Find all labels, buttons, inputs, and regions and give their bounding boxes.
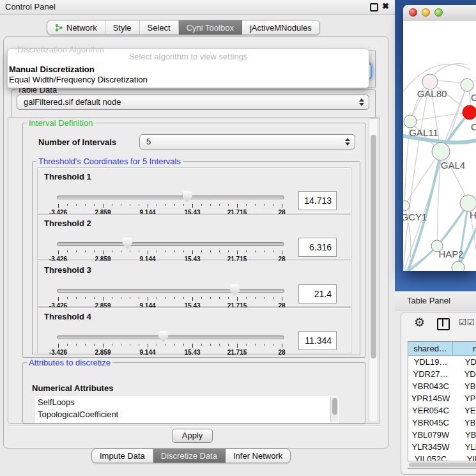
tab-select[interactable]: Select xyxy=(140,20,179,35)
tab-style[interactable]: Style xyxy=(105,20,140,35)
node-GAL4[interactable] xyxy=(432,142,450,160)
table-horizontal-scrollbar[interactable] xyxy=(408,461,476,468)
tick xyxy=(192,204,193,208)
tick xyxy=(264,250,265,252)
tick xyxy=(103,344,104,348)
table-row[interactable]: YLR345WYLR3 xyxy=(408,441,476,453)
threshold-2-slider[interactable]: -3.4262.8599.14415.4321.71528 xyxy=(57,238,284,259)
threshold-1-slider-thumb[interactable] xyxy=(183,191,192,203)
threshold-2-value-field[interactable]: 6.316 xyxy=(298,238,337,257)
network-window-titlebar[interactable] xyxy=(403,5,476,20)
tab-network[interactable]: Network xyxy=(47,20,105,35)
threshold-3-slider[interactable]: -3.4262.8599.14415.4321.71528 xyxy=(57,284,284,306)
threshold-4-slider-thumb[interactable] xyxy=(158,331,168,342)
scrollbar-thumb[interactable] xyxy=(371,135,376,358)
node-node-right-top[interactable] xyxy=(461,79,473,91)
list-item-betweennesscentrality[interactable]: BetweennessCentrality xyxy=(35,420,339,423)
table-data-combo[interactable]: galFiltered.sif default node xyxy=(17,95,369,110)
tab-cyni-toolbox[interactable]: Cyni Toolbox xyxy=(179,20,242,35)
tick xyxy=(174,250,175,252)
threshold-3-value-field[interactable]: 21.4 xyxy=(298,284,337,303)
numerical-attributes-list[interactable]: SelfLoopsTopologicalCoefficientBetweenne… xyxy=(35,396,339,423)
network-icon xyxy=(55,24,63,32)
table-row[interactable]: YBL079WYBL0 xyxy=(408,429,476,441)
bottom-tab-discretize-data[interactable]: Discretize Data xyxy=(153,449,226,463)
checkbox-icons[interactable]: ☑☑ xyxy=(459,318,475,327)
list-item-topologicalcoefficient[interactable]: TopologicalCoefficient xyxy=(35,408,339,420)
threshold-2-slider-thumb[interactable] xyxy=(123,238,132,249)
tick xyxy=(58,297,59,301)
tick xyxy=(58,344,59,348)
table-cell: YBR0 xyxy=(453,417,476,429)
column-header-n[interactable]: n xyxy=(453,342,476,356)
table-row[interactable]: YER054CYER0 xyxy=(408,404,476,417)
tick xyxy=(121,204,121,206)
gear-icon[interactable]: ⚙ xyxy=(414,316,425,328)
table-data-combo-value: galFiltered.sif default node xyxy=(24,97,121,107)
node-GCY1[interactable] xyxy=(403,201,410,211)
tick xyxy=(210,204,211,206)
bottom-tab-impute-data[interactable]: Impute Data xyxy=(92,449,153,463)
tick xyxy=(183,297,184,299)
bottom-tab-bar: Impute DataDiscretize DataInfer Network xyxy=(91,449,291,463)
tick xyxy=(183,344,184,346)
threshold-1-value-field[interactable]: 14.713 xyxy=(298,191,337,210)
threshold-3-slider-thumb[interactable] xyxy=(230,284,240,296)
tick xyxy=(282,344,282,348)
control-panel-titlebar: Control Panel ✖ xyxy=(0,0,395,15)
tick-label: 15.43 xyxy=(184,349,200,356)
table-row[interactable]: YDR27…YDR2 xyxy=(408,368,476,380)
apply-button[interactable]: Apply xyxy=(172,429,213,443)
close-traffic-light-icon[interactable] xyxy=(409,8,417,17)
table-panel: ⚙ ☑☑ shared…n YDL19…YDL1YDR27…YDR2YBR043… xyxy=(401,312,476,475)
threshold-title: Threshold 1 xyxy=(44,172,91,181)
tick xyxy=(121,344,121,346)
node-GAL11[interactable] xyxy=(404,115,417,128)
zoom-traffic-light-icon[interactable] xyxy=(434,8,443,17)
dropdown-item-equal-width-frequency-discretization[interactable]: Equal Width/Frequency Discretization xyxy=(8,75,369,85)
settings-scrollbar[interactable] xyxy=(369,118,378,422)
node-node-bottom[interactable] xyxy=(452,261,464,271)
tick xyxy=(94,344,95,346)
table-row[interactable]: YBR045CYBR0 xyxy=(408,417,476,429)
tick xyxy=(130,204,130,206)
table-row[interactable]: YPR145WYPR1 xyxy=(408,392,476,404)
tick xyxy=(210,250,211,252)
tick xyxy=(130,250,130,252)
float-window-icon[interactable] xyxy=(370,3,378,12)
tab-label: Infer Network xyxy=(233,451,282,461)
node-node-red[interactable] xyxy=(463,105,476,119)
minimize-traffic-light-icon[interactable] xyxy=(422,8,430,17)
tick xyxy=(139,297,139,299)
discretization-algorithm-label: Discretization Algorithm xyxy=(15,45,106,54)
tick xyxy=(121,297,121,299)
tick xyxy=(246,297,247,299)
close-icon[interactable]: ✖ xyxy=(382,1,389,11)
threshold-4-value-field[interactable]: 11.344 xyxy=(298,331,337,350)
columns-icon[interactable] xyxy=(437,318,450,330)
scrollbar-thumb[interactable] xyxy=(409,463,476,467)
list-scrollbar[interactable] xyxy=(330,397,338,422)
table-row[interactable]: YBR043CYBR0 xyxy=(408,380,476,392)
control-panel-title: Control Panel xyxy=(5,2,56,12)
node-GAL80[interactable] xyxy=(422,74,438,89)
tick-label: 21.715 xyxy=(227,349,247,356)
column-header-shared-[interactable]: shared… xyxy=(408,342,453,356)
list-item-selfloops[interactable]: SelfLoops xyxy=(35,396,339,408)
number-of-intervals-combo[interactable]: 5 xyxy=(139,134,355,150)
bottom-tab-infer-network[interactable]: Infer Network xyxy=(226,449,290,463)
network-canvas[interactable]: GAL80GCGAL11GAL4GCY1HHAP2 xyxy=(403,20,476,271)
scrollbar-thumb[interactable] xyxy=(332,398,337,415)
tick xyxy=(157,297,157,299)
node-label-gal4: GAL4 xyxy=(441,160,465,171)
tick xyxy=(282,204,282,208)
threshold-title: Threshold 2 xyxy=(44,219,91,228)
threshold-1-slider[interactable]: -3.4262.8599.14415.4321.71528 xyxy=(57,191,284,213)
table-row[interactable]: YDL19…YDL1 xyxy=(408,356,476,368)
tick xyxy=(210,344,211,346)
dropdown-item-manual-discretization[interactable]: Manual Discretization xyxy=(8,65,369,75)
threshold-4-slider[interactable]: -3.4262.8599.14415.4321.71528 xyxy=(57,331,284,353)
tab-jactivemnodules[interactable]: jActiveMNodules xyxy=(242,20,319,35)
interval-definition-label: Interval Definition xyxy=(27,118,95,128)
tick xyxy=(273,204,273,206)
